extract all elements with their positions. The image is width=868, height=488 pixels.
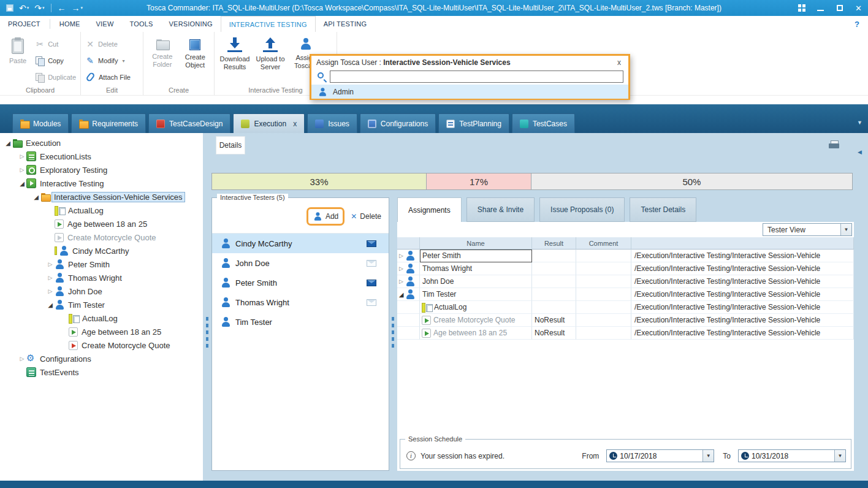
tab-modules[interactable]: Modules bbox=[12, 113, 69, 133]
expander-icon[interactable]: ▷ bbox=[18, 356, 26, 362]
tab-issues[interactable]: Issues bbox=[307, 113, 357, 133]
tree-item-testevents[interactable]: TestEvents bbox=[0, 365, 203, 379]
add-tester-button[interactable]: Add bbox=[313, 212, 338, 221]
expander-icon[interactable]: ◢ bbox=[32, 194, 40, 200]
expander-icon[interactable]: ◢ bbox=[4, 140, 12, 147]
tab-testcases[interactable]: TestCases bbox=[512, 113, 575, 133]
expander-icon[interactable]: ▷ bbox=[46, 288, 55, 294]
tester-view-dropdown[interactable]: Tester View ▼ bbox=[763, 223, 852, 236]
menu-tab-interactive-testing[interactable]: INTERACTIVE TESTING bbox=[221, 16, 316, 32]
tree-item-cindy-mccarthy[interactable]: Cindy McCarthy bbox=[0, 244, 203, 257]
tab-testplanning[interactable]: TestPlanning bbox=[438, 113, 509, 133]
menu-tab-versioning[interactable]: VERSIONING bbox=[161, 16, 221, 32]
minimize-button[interactable] bbox=[811, 0, 830, 16]
tab-testcasedesign[interactable]: TestCaseDesign bbox=[148, 113, 230, 133]
tab-details[interactable]: Details bbox=[216, 136, 245, 154]
tester-row-thomas-wright[interactable]: Thomas Wright bbox=[212, 292, 389, 312]
copy-button[interactable]: Copy bbox=[33, 55, 78, 66]
close-tab-icon[interactable]: x bbox=[293, 120, 297, 128]
delete-tester-button[interactable]: ✕ Delete bbox=[351, 212, 381, 221]
tree-item-execution[interactable]: ◢Execution bbox=[0, 136, 203, 150]
tree-item-actuallog[interactable]: ActualLog bbox=[0, 204, 203, 217]
tree-item-create-motorcycle-quote[interactable]: Create Motorcycle Quote bbox=[0, 231, 203, 244]
tree-item-executionlists[interactable]: ▷ExecutionLists bbox=[0, 150, 203, 163]
close-icon[interactable]: x bbox=[615, 58, 623, 67]
menu-tab-home[interactable]: HOME bbox=[51, 16, 88, 32]
cut-button[interactable]: Cut bbox=[33, 39, 78, 50]
tester-row-john-doe[interactable]: John Doe bbox=[212, 253, 389, 273]
assignment-row-age-between-18-an-25[interactable]: Age between 18 an 25NoResult/Execution/I… bbox=[397, 327, 854, 340]
expander-icon[interactable]: ▷ bbox=[397, 278, 405, 284]
tree-item-interactive-testing[interactable]: ◢Interactive Testing bbox=[0, 177, 203, 190]
navigate-back-button[interactable]: ← bbox=[55, 1, 69, 15]
tester-row-cindy-mccarthy[interactable]: Cindy McCarthy bbox=[212, 234, 389, 253]
tree-item-peter-smith[interactable]: ▷Peter Smith bbox=[0, 257, 203, 271]
expander-icon[interactable]: ▷ bbox=[46, 275, 55, 281]
splitter-handle[interactable] bbox=[206, 317, 208, 350]
expander-icon[interactable]: ◢ bbox=[46, 302, 55, 308]
printer-icon[interactable] bbox=[829, 140, 839, 150]
tab-overflow-chevron-icon[interactable]: ▼ bbox=[857, 120, 862, 126]
assignment-row-john-doe[interactable]: ▷John Doe/Execution/Interactive Testing/… bbox=[397, 275, 854, 288]
chevron-down-icon[interactable]: ▼ bbox=[834, 450, 845, 462]
to-date-picker[interactable]: 10/31/2018 ▼ bbox=[738, 449, 846, 462]
create-object-button[interactable]: Create Object bbox=[179, 34, 212, 69]
menu-tab-api-testing[interactable]: API TESTING bbox=[316, 16, 375, 32]
expander-icon[interactable]: ◢ bbox=[397, 291, 405, 298]
download-results-button[interactable]: Download Results bbox=[217, 34, 253, 71]
chevron-down-icon[interactable]: ▾ bbox=[81, 6, 83, 10]
chevron-down-icon[interactable]: ▾ bbox=[42, 6, 45, 10]
maximize-button[interactable] bbox=[830, 0, 849, 16]
tab-assignments[interactable]: Assignments bbox=[397, 197, 462, 222]
undo-button[interactable]: ↶▾ bbox=[17, 1, 31, 15]
header-name[interactable]: Name bbox=[420, 237, 532, 250]
paste-button[interactable]: Paste bbox=[2, 34, 33, 65]
menu-tab-view[interactable]: VIEW bbox=[88, 16, 122, 32]
tab-tester-details[interactable]: Tester Details bbox=[630, 197, 696, 222]
redo-button[interactable]: ↷▾ bbox=[32, 1, 47, 15]
assignment-row-create-motorcycle-quote[interactable]: Create Motorcycle QuoteNoResult/Executio… bbox=[397, 314, 854, 327]
assignment-row-thomas-wright[interactable]: ▷Thomas Wright/Execution/Interactive Tes… bbox=[397, 262, 854, 275]
upload-to-server-button[interactable]: Upload to Server bbox=[253, 34, 288, 71]
tree-item-john-doe[interactable]: ▷John Doe bbox=[0, 284, 203, 298]
tab-execution[interactable]: Executionx bbox=[233, 113, 305, 133]
expander-icon[interactable]: ◢ bbox=[18, 180, 26, 187]
user-search-input[interactable] bbox=[330, 71, 623, 83]
tree-item-exploratory-testing[interactable]: ▷Exploratory Testing bbox=[0, 163, 203, 177]
chevron-down-icon[interactable]: ▾ bbox=[27, 6, 29, 10]
assignment-row-tim-tester[interactable]: ◢Tim Tester/Execution/Interactive Testin… bbox=[397, 288, 854, 301]
create-folder-button[interactable]: Create Folder bbox=[146, 34, 179, 69]
save-button[interactable] bbox=[4, 1, 16, 15]
tree-item-create-motorcycle-quote[interactable]: Create Motorcycle Quote bbox=[0, 338, 203, 352]
assignment-row-actuallog[interactable]: ActualLog/Execution/Interactive Testing/… bbox=[397, 301, 854, 314]
tree-item-configurations[interactable]: ▷Configurations bbox=[0, 352, 203, 365]
header-comment[interactable]: Comment bbox=[576, 237, 631, 250]
close-button[interactable]: ✕ bbox=[849, 0, 868, 16]
tree-item-age-between-18-an-25[interactable]: Age between 18 an 25 bbox=[0, 217, 203, 231]
user-result-admin[interactable]: Admin bbox=[311, 85, 628, 99]
tree-item-tim-tester[interactable]: ◢Tim Tester bbox=[0, 298, 203, 311]
expander-icon[interactable]: ▷ bbox=[18, 167, 26, 173]
tree-item-age-between-18-an-25[interactable]: Age between 18 an 25 bbox=[0, 325, 203, 338]
tester-row-tim-tester[interactable]: Tim Tester bbox=[212, 312, 389, 332]
modify-button[interactable]: Modify ▾ bbox=[83, 55, 132, 66]
navigate-forward-button[interactable]: →▾ bbox=[69, 1, 86, 15]
chevron-down-icon[interactable]: ▾ bbox=[122, 58, 124, 64]
tree-item-actuallog[interactable]: ActualLog bbox=[0, 311, 203, 325]
menu-tab-tools[interactable]: TOOLS bbox=[121, 16, 161, 32]
tree-item-interactive-session-vehicle-services[interactable]: ◢Interactive Session-Vehicle Services bbox=[0, 190, 203, 204]
chevron-down-icon[interactable]: ▼ bbox=[840, 224, 851, 235]
tab-issue-proposals-0[interactable]: Issue Proposals (0) bbox=[539, 197, 625, 222]
collapse-panel-arrow-icon[interactable]: ◀ bbox=[858, 149, 862, 155]
menu-tab-project[interactable]: PROJECT bbox=[0, 16, 48, 32]
delete-button[interactable]: Delete bbox=[83, 39, 132, 50]
apps-grid-button[interactable] bbox=[792, 0, 811, 16]
expander-icon[interactable]: ▷ bbox=[397, 253, 405, 259]
header-result[interactable]: Result bbox=[532, 237, 576, 250]
tab-share-invite[interactable]: Share & Invite bbox=[466, 197, 535, 222]
expander-icon[interactable]: ▷ bbox=[397, 265, 405, 272]
assignment-row-peter-smith[interactable]: ▷Peter Smith/Execution/Interactive Testi… bbox=[397, 250, 854, 262]
from-date-picker[interactable]: 10/17/2018 ▼ bbox=[606, 449, 714, 462]
expander-icon[interactable]: ▷ bbox=[18, 153, 26, 159]
tab-configurations[interactable]: Configurations bbox=[360, 113, 436, 133]
